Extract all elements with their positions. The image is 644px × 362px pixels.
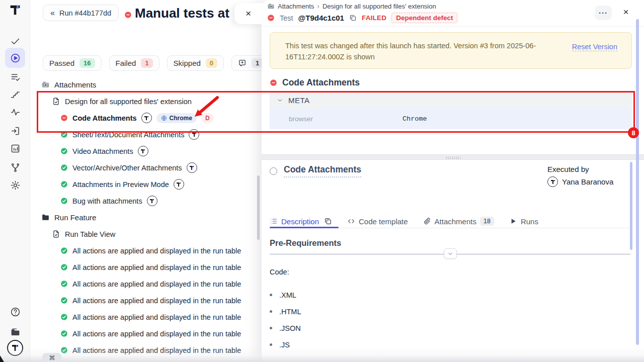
bullet-icon bbox=[270, 310, 272, 313]
passed-status-icon bbox=[60, 330, 68, 337]
active-tab-underline bbox=[270, 227, 339, 228]
defect-badge[interactable]: D bbox=[201, 113, 214, 123]
meta-title: META bbox=[288, 96, 310, 105]
copy-description-button[interactable] bbox=[324, 217, 332, 225]
nav-help-icon[interactable] bbox=[5, 302, 25, 322]
filter-count: 16 bbox=[79, 58, 95, 68]
nav-list-check-icon[interactable] bbox=[5, 67, 25, 87]
left-nav-rail bbox=[0, 0, 30, 362]
description-scrollbar[interactable] bbox=[630, 162, 632, 250]
run-button-label: Run #44b177dd bbox=[59, 9, 111, 17]
test-id: @T9d4c1c01 bbox=[298, 14, 344, 22]
tree-item-label: Video Attachments bbox=[72, 147, 133, 155]
result-title: Code Attachments bbox=[282, 77, 360, 88]
tree-row[interactable]: All actions are applied and displayed in… bbox=[30, 309, 258, 325]
nav-play-icon[interactable] bbox=[5, 48, 25, 68]
tree-item-label: All actions are applied and displayed in… bbox=[72, 346, 241, 354]
nav-activity-icon[interactable] bbox=[5, 102, 25, 122]
tree-row[interactable]: Run Table View bbox=[30, 226, 258, 242]
filter-label: Failed bbox=[116, 59, 136, 67]
passed-status-icon bbox=[60, 180, 68, 188]
tree-item-label: All actions are applied and displayed in… bbox=[72, 263, 241, 272]
tree-row[interactable]: All actions are applied and displayed in… bbox=[30, 292, 258, 309]
tab-attachments[interactable]: Attachments18 bbox=[423, 217, 494, 226]
bullet-icon bbox=[270, 327, 272, 329]
panel-scrollbar[interactable] bbox=[636, 19, 639, 345]
globe-icon bbox=[161, 115, 167, 121]
failed-status-icon bbox=[270, 79, 277, 86]
filter-label: Passed bbox=[49, 59, 74, 67]
defect-badge[interactable]: Dependent defect bbox=[391, 13, 457, 23]
tab-label: Description bbox=[281, 217, 319, 226]
nav-branch-icon[interactable] bbox=[5, 157, 25, 177]
run-tests-panel: « Run #44b177dd Manual tests at Passed16… bbox=[30, 0, 262, 362]
test-type-label: Test bbox=[280, 14, 293, 22]
filter-skipped[interactable]: Skipped0 bbox=[167, 55, 224, 71]
paperclip-icon bbox=[423, 217, 431, 225]
nav-settings-icon[interactable] bbox=[5, 175, 25, 195]
testomat-badge-icon bbox=[141, 113, 152, 123]
tree-row[interactable]: Bug with attachments bbox=[30, 193, 258, 209]
tree-row[interactable]: All actions are applied and displayed in… bbox=[30, 342, 258, 358]
nav-sign-in-icon[interactable] bbox=[5, 121, 25, 141]
list-scrollbar[interactable] bbox=[257, 175, 260, 240]
tree-row[interactable]: All actions are applied and displayed in… bbox=[30, 276, 258, 292]
list-item-label: .JS bbox=[279, 341, 290, 349]
back-chevrons-icon: « bbox=[50, 9, 55, 18]
app-logo-icon[interactable] bbox=[8, 3, 22, 17]
tree-row[interactable]: Code AttachmentsChromeD bbox=[30, 110, 258, 126]
tab-description[interactable]: Description bbox=[270, 217, 332, 226]
meta-collapse-header[interactable]: META bbox=[270, 92, 632, 109]
close-detail-button[interactable]: × bbox=[620, 6, 632, 18]
nav-report-icon[interactable] bbox=[5, 138, 25, 158]
test-tree: AttachmentsDesign for all supported file… bbox=[30, 76, 258, 358]
more-actions-button[interactable]: ··· bbox=[595, 6, 612, 20]
tree-item-label: Attachments in Preview Mode bbox=[72, 180, 169, 189]
nav-docs-icon[interactable] bbox=[5, 322, 25, 342]
drag-grip-icon bbox=[445, 156, 460, 159]
nav-steps-icon[interactable] bbox=[5, 84, 25, 105]
list-item: .HTML bbox=[270, 303, 301, 320]
passed-status-icon bbox=[60, 263, 68, 271]
tree-row[interactable]: Vector/Archive/Other Attachments bbox=[30, 159, 258, 176]
tree-item-label: Sheet/Text/Document Attachments bbox=[72, 131, 184, 139]
back-to-run-button[interactable]: « Run #44b177dd bbox=[43, 5, 119, 21]
collapse-section-button[interactable] bbox=[444, 248, 457, 259]
tree-row[interactable]: Attachments in Preview Mode bbox=[30, 176, 258, 193]
tree-row[interactable]: All actions are applied and displayed in… bbox=[30, 325, 258, 342]
banner-message: This test was changed after this launch … bbox=[285, 40, 575, 62]
breadcrumb-test-group[interactable]: Design for all supported files' extensio… bbox=[323, 3, 436, 10]
tree-row[interactable]: Video Attachments bbox=[30, 143, 258, 159]
tree-row[interactable]: Run Feature bbox=[30, 209, 258, 226]
tree-row[interactable]: Sheet/Text/Document Attachments bbox=[30, 126, 258, 143]
reset-version-link[interactable]: Reset Version bbox=[572, 43, 617, 51]
unexecuted-status-icon bbox=[270, 167, 277, 175]
close-detail-tab-button[interactable]: × bbox=[234, 3, 262, 24]
tree-item-label: Vector/Archive/Other Attachments bbox=[72, 164, 182, 172]
tree-row[interactable]: All actions are applied and displayed in… bbox=[30, 242, 258, 259]
tree-item-label: All actions are applied and displayed in… bbox=[72, 313, 241, 321]
tree-row[interactable]: Design for all supported files' extensio… bbox=[30, 93, 258, 110]
passed-status-icon bbox=[60, 280, 68, 288]
header-divider bbox=[262, 26, 644, 27]
breadcrumb: Attachments › Design for all supported f… bbox=[267, 2, 436, 10]
test-title-link[interactable]: Code Attachments bbox=[284, 164, 361, 177]
prerequirements-heading: Pre-Requirements bbox=[270, 238, 341, 248]
panel-splitter[interactable] bbox=[262, 154, 644, 160]
tree-item-label: All actions are applied and displayed in… bbox=[72, 297, 241, 305]
executor-avatar bbox=[547, 176, 558, 187]
attachments-count-badge: 18 bbox=[480, 217, 494, 226]
tab-runs[interactable]: Runs bbox=[509, 217, 538, 226]
tab-code-template[interactable]: Code template bbox=[347, 217, 408, 226]
meta-key: browser bbox=[289, 115, 313, 123]
meta-section: META browserChrome bbox=[270, 92, 632, 129]
filter-failed[interactable]: Failed1 bbox=[109, 55, 159, 71]
user-avatar[interactable] bbox=[7, 340, 23, 356]
breadcrumb-suite[interactable]: Attachments bbox=[278, 3, 314, 10]
passed-status-icon bbox=[60, 313, 68, 321]
filter-passed[interactable]: Passed16 bbox=[43, 55, 102, 71]
testomat-badge-icon bbox=[147, 196, 157, 206]
tree-row[interactable]: All actions are applied and displayed in… bbox=[30, 259, 258, 276]
tree-row[interactable]: Attachments bbox=[30, 76, 258, 93]
copy-test-id-button[interactable] bbox=[349, 14, 357, 22]
